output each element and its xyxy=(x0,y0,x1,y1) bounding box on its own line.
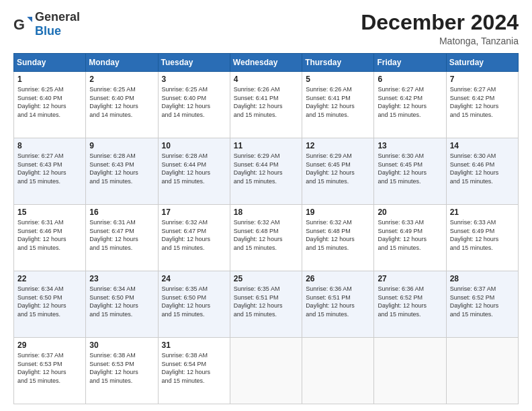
sunrise-label: Sunrise: 6:28 AM xyxy=(89,152,136,159)
day-number: 14 xyxy=(450,141,515,150)
sunrise-label: Sunrise: 6:30 AM xyxy=(450,152,496,159)
calendar-cell: 26 Sunrise: 6:36 AM Sunset: 6:51 PM Dayl… xyxy=(302,271,374,338)
calendar-cell: 31 Sunrise: 6:38 AM Sunset: 6:54 PM Dayl… xyxy=(158,338,230,404)
daylight-minutes: and 15 minutes. xyxy=(89,377,132,384)
day-number: 11 xyxy=(234,141,298,150)
sunrise-label: Sunrise: 6:32 AM xyxy=(162,219,208,226)
day-info: Sunrise: 6:25 AM Sunset: 6:40 PM Dayligh… xyxy=(162,85,226,119)
day-number: 25 xyxy=(234,274,298,283)
day-number: 6 xyxy=(378,75,442,84)
calendar-cell: 7 Sunrise: 6:27 AM Sunset: 6:42 PM Dayli… xyxy=(446,72,518,138)
day-info: Sunrise: 6:36 AM Sunset: 6:51 PM Dayligh… xyxy=(306,285,370,318)
day-number: 5 xyxy=(306,75,370,84)
day-info: Sunrise: 6:35 AM Sunset: 6:50 PM Dayligh… xyxy=(162,285,226,318)
daylight-label: Daylight: 12 hours xyxy=(378,169,427,176)
daylight-label: Daylight: 12 hours xyxy=(450,236,499,242)
daylight-label: Daylight: 12 hours xyxy=(162,169,211,176)
daylight-minutes: and 15 minutes. xyxy=(89,244,132,251)
day-info: Sunrise: 6:33 AM Sunset: 6:49 PM Dayligh… xyxy=(450,218,515,252)
day-header-saturday: Saturday xyxy=(446,54,518,72)
day-info: Sunrise: 6:30 AM Sunset: 6:46 PM Dayligh… xyxy=(450,152,515,185)
calendar-cell: 1 Sunrise: 6:25 AM Sunset: 6:40 PM Dayli… xyxy=(14,72,86,138)
calendar-cell: 15 Sunrise: 6:31 AM Sunset: 6:46 PM Dayl… xyxy=(14,205,86,271)
day-info: Sunrise: 6:31 AM Sunset: 6:47 PM Dayligh… xyxy=(89,218,154,252)
day-number: 23 xyxy=(89,274,154,283)
day-number: 27 xyxy=(378,274,442,283)
sunrise-label: Sunrise: 6:26 AM xyxy=(306,86,352,93)
daylight-minutes: and 15 minutes. xyxy=(306,178,349,185)
daylight-minutes: and 15 minutes. xyxy=(450,244,493,251)
day-number: 3 xyxy=(162,75,226,84)
sunset-label: Sunset: 6:50 PM xyxy=(89,294,134,301)
sunset-label: Sunset: 6:54 PM xyxy=(162,361,207,367)
logo: G General Blue xyxy=(13,11,80,38)
sunrise-label: Sunrise: 6:29 AM xyxy=(234,152,280,159)
logo-icon: G xyxy=(13,15,32,34)
day-info: Sunrise: 6:37 AM Sunset: 6:52 PM Dayligh… xyxy=(450,285,515,318)
day-info: Sunrise: 6:29 AM Sunset: 6:44 PM Dayligh… xyxy=(234,152,298,185)
calendar-cell: 21 Sunrise: 6:33 AM Sunset: 6:49 PM Dayl… xyxy=(446,205,518,271)
day-number: 21 xyxy=(450,208,515,217)
calendar-cell: 11 Sunrise: 6:29 AM Sunset: 6:44 PM Dayl… xyxy=(230,138,302,205)
day-number: 4 xyxy=(234,75,298,84)
day-info: Sunrise: 6:26 AM Sunset: 6:41 PM Dayligh… xyxy=(306,85,370,119)
sunrise-label: Sunrise: 6:35 AM xyxy=(162,285,208,292)
calendar-cell: 10 Sunrise: 6:28 AM Sunset: 6:44 PM Dayl… xyxy=(158,138,230,205)
calendar-cell xyxy=(230,338,302,404)
day-info: Sunrise: 6:31 AM Sunset: 6:46 PM Dayligh… xyxy=(17,218,82,252)
calendar-cell xyxy=(302,338,374,404)
day-number: 16 xyxy=(89,208,154,217)
daylight-minutes: and 15 minutes. xyxy=(450,111,493,118)
day-number: 26 xyxy=(306,274,370,283)
daylight-minutes: and 15 minutes. xyxy=(17,178,60,185)
sunrise-label: Sunrise: 6:34 AM xyxy=(89,285,136,292)
calendar-cell: 22 Sunrise: 6:34 AM Sunset: 6:50 PM Dayl… xyxy=(14,271,86,338)
daylight-minutes: and 15 minutes. xyxy=(450,178,493,185)
daylight-label: Daylight: 12 hours xyxy=(17,236,66,242)
daylight-minutes: and 15 minutes. xyxy=(17,311,60,318)
sunset-label: Sunset: 6:53 PM xyxy=(89,361,134,367)
sunset-label: Sunset: 6:45 PM xyxy=(306,161,351,168)
calendar-cell: 4 Sunrise: 6:26 AM Sunset: 6:41 PM Dayli… xyxy=(230,72,302,138)
calendar-cell: 17 Sunrise: 6:32 AM Sunset: 6:47 PM Dayl… xyxy=(158,205,230,271)
day-header-tuesday: Tuesday xyxy=(158,54,230,72)
daylight-label: Daylight: 12 hours xyxy=(306,169,355,176)
sunrise-label: Sunrise: 6:35 AM xyxy=(234,285,280,292)
daylight-label: Daylight: 12 hours xyxy=(450,169,499,176)
sunrise-label: Sunrise: 6:26 AM xyxy=(234,86,280,93)
sunrise-label: Sunrise: 6:29 AM xyxy=(306,152,352,159)
daylight-label: Daylight: 12 hours xyxy=(89,169,138,176)
day-number: 22 xyxy=(17,274,82,283)
daylight-label: Daylight: 12 hours xyxy=(89,302,138,309)
daylight-label: Daylight: 12 hours xyxy=(17,302,66,309)
day-header-wednesday: Wednesday xyxy=(230,54,302,72)
calendar-week-4: 22 Sunrise: 6:34 AM Sunset: 6:50 PM Dayl… xyxy=(14,271,519,338)
daylight-label: Daylight: 12 hours xyxy=(378,103,427,109)
day-info: Sunrise: 6:32 AM Sunset: 6:48 PM Dayligh… xyxy=(306,218,370,252)
sunrise-label: Sunrise: 6:36 AM xyxy=(306,285,352,292)
daylight-label: Daylight: 12 hours xyxy=(89,103,138,109)
day-header-friday: Friday xyxy=(374,54,446,72)
calendar-cell: 24 Sunrise: 6:35 AM Sunset: 6:50 PM Dayl… xyxy=(158,271,230,338)
calendar-cell: 19 Sunrise: 6:32 AM Sunset: 6:48 PM Dayl… xyxy=(302,205,374,271)
calendar-cell: 25 Sunrise: 6:35 AM Sunset: 6:51 PM Dayl… xyxy=(230,271,302,338)
daylight-minutes: and 15 minutes. xyxy=(162,311,205,318)
day-number: 29 xyxy=(17,340,82,350)
day-info: Sunrise: 6:27 AM Sunset: 6:42 PM Dayligh… xyxy=(450,85,515,119)
daylight-minutes: and 15 minutes. xyxy=(17,377,60,384)
calendar-cell xyxy=(374,338,446,404)
page: G General Blue December 2024 Matonga, Ta… xyxy=(0,0,532,411)
daylight-label: Daylight: 12 hours xyxy=(306,302,355,309)
daylight-label: Daylight: 12 hours xyxy=(17,369,66,375)
day-number: 30 xyxy=(89,340,154,350)
day-header-thursday: Thursday xyxy=(302,54,374,72)
daylight-label: Daylight: 12 hours xyxy=(450,103,499,109)
sunrise-label: Sunrise: 6:32 AM xyxy=(306,219,352,226)
month-title: December 2024 xyxy=(361,11,519,34)
calendar-table: SundayMondayTuesdayWednesdayThursdayFrid… xyxy=(13,53,519,404)
sunset-label: Sunset: 6:45 PM xyxy=(378,161,423,168)
day-header-monday: Monday xyxy=(86,54,158,72)
sunset-label: Sunset: 6:50 PM xyxy=(17,294,62,301)
daylight-minutes: and 15 minutes. xyxy=(234,244,277,251)
daylight-minutes: and 15 minutes. xyxy=(89,178,132,185)
